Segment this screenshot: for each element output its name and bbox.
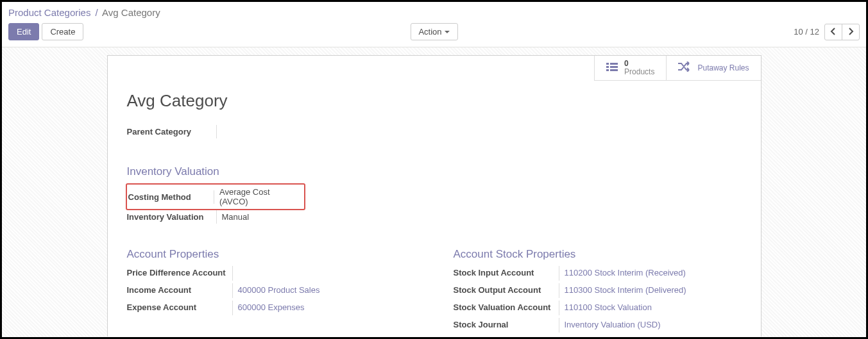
- stat-putaway-button[interactable]: Putaway Rules: [666, 56, 760, 80]
- shuffle-icon: [678, 62, 691, 75]
- stock-valuation-label: Stock Valuation Account: [454, 301, 559, 315]
- section-inventory-valuation: Inventory Valuation: [127, 165, 742, 178]
- create-button[interactable]: Create: [42, 23, 83, 40]
- action-label: Action: [418, 27, 441, 37]
- svg-rect-3: [610, 66, 618, 68]
- pager-prev-button[interactable]: [825, 24, 842, 40]
- costing-method-value: Average Cost (AVCO): [214, 185, 302, 208]
- svg-rect-4: [606, 69, 609, 71]
- edit-button[interactable]: Edit: [8, 23, 39, 40]
- chevron-right-icon: [847, 28, 854, 35]
- toolbar: Edit Create Action 10 / 12: [2, 21, 866, 47]
- action-dropdown[interactable]: Action: [410, 23, 457, 40]
- svg-rect-0: [606, 63, 609, 65]
- chevron-left-icon: [830, 28, 837, 35]
- stock-input-label: Stock Input Account: [454, 266, 559, 281]
- section-account-stock-properties: Account Stock Properties: [454, 248, 742, 261]
- pager-text: 10 / 12: [794, 27, 819, 37]
- form-sheet: 0 Products Putaway Rules Avg Category Pa…: [107, 55, 762, 336]
- parent-category-label: Parent Category: [127, 125, 217, 138]
- svg-rect-5: [610, 69, 618, 71]
- income-account-link[interactable]: 400000 Product Sales: [238, 285, 320, 295]
- stat-products-button[interactable]: 0 Products: [595, 56, 666, 80]
- svg-rect-1: [610, 63, 618, 65]
- costing-method-highlight: Costing Method Average Cost (AVCO): [126, 183, 305, 210]
- price-diff-value: [233, 266, 243, 270]
- expense-account-label: Expense Account: [127, 301, 233, 315]
- stock-input-link[interactable]: 110200 Stock Interim (Received): [565, 268, 686, 277]
- parent-category-value: [217, 130, 227, 134]
- breadcrumb: Product Categories / Avg Category: [2, 2, 866, 21]
- price-diff-label: Price Difference Account: [127, 266, 233, 281]
- income-account-label: Income Account: [127, 283, 233, 298]
- inventory-valuation-value: Manual: [217, 210, 255, 224]
- stat-products-label: Products: [624, 68, 654, 76]
- stock-output-link[interactable]: 110300 Stock Interim (Delivered): [565, 285, 686, 295]
- pager-nav: [824, 24, 860, 40]
- breadcrumb-root[interactable]: Product Categories: [8, 7, 90, 18]
- stock-journal-label: Stock Journal: [454, 318, 559, 333]
- costing-method-label: Costing Method: [128, 190, 215, 204]
- stat-putaway-label: Putaway Rules: [697, 63, 749, 72]
- svg-rect-2: [606, 66, 609, 68]
- stock-output-label: Stock Output Account: [454, 283, 559, 298]
- breadcrumb-sep: /: [96, 7, 98, 18]
- expense-account-link[interactable]: 600000 Expenses: [238, 302, 305, 312]
- pager-next-button[interactable]: [842, 24, 859, 40]
- list-icon: [606, 62, 618, 75]
- stock-valuation-link[interactable]: 110100 Stock Valuation: [565, 302, 652, 312]
- page-title: Avg Category: [127, 91, 742, 111]
- inventory-valuation-label: Inventory Valuation: [127, 210, 217, 224]
- stock-journal-link[interactable]: Inventory Valuation (USD): [565, 320, 661, 329]
- caret-down-icon: [445, 31, 450, 33]
- section-account-properties: Account Properties: [127, 248, 415, 261]
- breadcrumb-current: Avg Category: [102, 7, 160, 18]
